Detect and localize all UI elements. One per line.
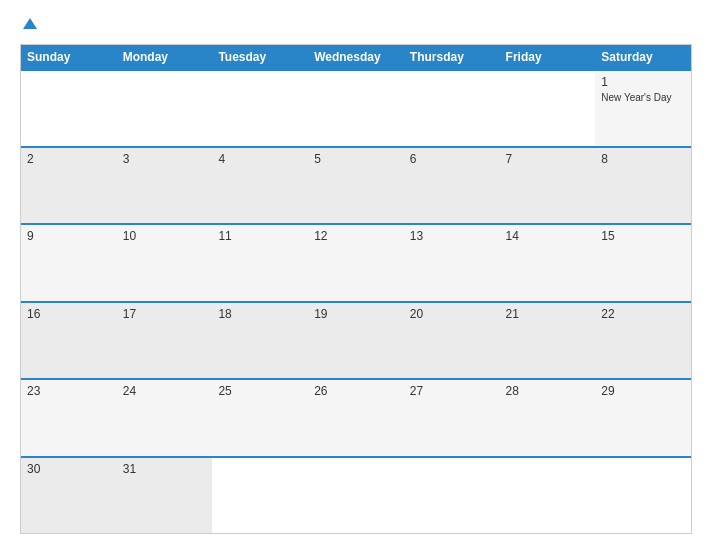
calendar-cell: 17 bbox=[117, 303, 213, 378]
cell-date: 4 bbox=[218, 152, 302, 166]
day-header-wednesday: Wednesday bbox=[308, 45, 404, 69]
cell-date: 14 bbox=[506, 229, 590, 243]
calendar-cell bbox=[308, 71, 404, 146]
week-row-2: 9101112131415 bbox=[21, 223, 691, 300]
logo bbox=[20, 16, 37, 34]
calendar-cell bbox=[308, 458, 404, 533]
calendar-weeks: 1New Year's Day2345678910111213141516171… bbox=[21, 69, 691, 533]
calendar-cell: 23 bbox=[21, 380, 117, 455]
cell-date: 12 bbox=[314, 229, 398, 243]
calendar-cell: 18 bbox=[212, 303, 308, 378]
calendar-cell: 3 bbox=[117, 148, 213, 223]
calendar-cell bbox=[500, 71, 596, 146]
cell-date: 29 bbox=[601, 384, 685, 398]
calendar-cell: 7 bbox=[500, 148, 596, 223]
cell-date: 1 bbox=[601, 75, 685, 89]
calendar-cell: 6 bbox=[404, 148, 500, 223]
calendar-cell: 12 bbox=[308, 225, 404, 300]
cell-date: 3 bbox=[123, 152, 207, 166]
cell-date: 8 bbox=[601, 152, 685, 166]
cell-date: 6 bbox=[410, 152, 494, 166]
calendar-cell: 22 bbox=[595, 303, 691, 378]
calendar-grid: SundayMondayTuesdayWednesdayThursdayFrid… bbox=[20, 44, 692, 534]
page-header bbox=[20, 16, 692, 34]
cell-date: 31 bbox=[123, 462, 207, 476]
cell-date: 5 bbox=[314, 152, 398, 166]
calendar-cell: 4 bbox=[212, 148, 308, 223]
calendar-cell bbox=[212, 71, 308, 146]
day-header-friday: Friday bbox=[500, 45, 596, 69]
cell-date: 27 bbox=[410, 384, 494, 398]
calendar-cell: 15 bbox=[595, 225, 691, 300]
calendar-cell: 9 bbox=[21, 225, 117, 300]
calendar-cell: 27 bbox=[404, 380, 500, 455]
cell-date: 18 bbox=[218, 307, 302, 321]
calendar-cell: 13 bbox=[404, 225, 500, 300]
calendar-cell: 24 bbox=[117, 380, 213, 455]
day-header-saturday: Saturday bbox=[595, 45, 691, 69]
cell-date: 20 bbox=[410, 307, 494, 321]
calendar-cell: 19 bbox=[308, 303, 404, 378]
cell-date: 11 bbox=[218, 229, 302, 243]
calendar-cell bbox=[21, 71, 117, 146]
cell-date: 24 bbox=[123, 384, 207, 398]
calendar-page: SundayMondayTuesdayWednesdayThursdayFrid… bbox=[0, 0, 712, 550]
calendar-cell: 1New Year's Day bbox=[595, 71, 691, 146]
calendar-cell: 8 bbox=[595, 148, 691, 223]
cell-date: 7 bbox=[506, 152, 590, 166]
cell-date: 26 bbox=[314, 384, 398, 398]
calendar-cell: 31 bbox=[117, 458, 213, 533]
cell-date: 30 bbox=[27, 462, 111, 476]
week-row-4: 23242526272829 bbox=[21, 378, 691, 455]
calendar-cell bbox=[404, 458, 500, 533]
cell-date: 28 bbox=[506, 384, 590, 398]
cell-date: 13 bbox=[410, 229, 494, 243]
calendar-cell: 11 bbox=[212, 225, 308, 300]
calendar-cell: 16 bbox=[21, 303, 117, 378]
day-header-tuesday: Tuesday bbox=[212, 45, 308, 69]
calendar-cell bbox=[404, 71, 500, 146]
calendar-cell: 29 bbox=[595, 380, 691, 455]
week-row-3: 16171819202122 bbox=[21, 301, 691, 378]
cell-date: 2 bbox=[27, 152, 111, 166]
day-header-thursday: Thursday bbox=[404, 45, 500, 69]
calendar-cell bbox=[500, 458, 596, 533]
week-row-5: 3031 bbox=[21, 456, 691, 533]
day-header-sunday: Sunday bbox=[21, 45, 117, 69]
cell-date: 10 bbox=[123, 229, 207, 243]
cell-date: 17 bbox=[123, 307, 207, 321]
cell-date: 9 bbox=[27, 229, 111, 243]
logo-triangle-icon bbox=[23, 18, 37, 29]
cell-date: 22 bbox=[601, 307, 685, 321]
cell-date: 25 bbox=[218, 384, 302, 398]
week-row-1: 2345678 bbox=[21, 146, 691, 223]
cell-date: 21 bbox=[506, 307, 590, 321]
calendar-cell bbox=[212, 458, 308, 533]
calendar-cell: 5 bbox=[308, 148, 404, 223]
cell-event: New Year's Day bbox=[601, 91, 685, 104]
calendar-cell: 20 bbox=[404, 303, 500, 378]
calendar-cell: 30 bbox=[21, 458, 117, 533]
cell-date: 16 bbox=[27, 307, 111, 321]
calendar-cell: 2 bbox=[21, 148, 117, 223]
day-headers-row: SundayMondayTuesdayWednesdayThursdayFrid… bbox=[21, 45, 691, 69]
week-row-0: 1New Year's Day bbox=[21, 69, 691, 146]
calendar-cell: 10 bbox=[117, 225, 213, 300]
calendar-cell: 26 bbox=[308, 380, 404, 455]
cell-date: 15 bbox=[601, 229, 685, 243]
calendar-cell: 21 bbox=[500, 303, 596, 378]
calendar-cell: 14 bbox=[500, 225, 596, 300]
logo-top bbox=[20, 16, 37, 34]
day-header-monday: Monday bbox=[117, 45, 213, 69]
calendar-cell bbox=[595, 458, 691, 533]
calendar-cell bbox=[117, 71, 213, 146]
calendar-cell: 28 bbox=[500, 380, 596, 455]
calendar-cell: 25 bbox=[212, 380, 308, 455]
cell-date: 23 bbox=[27, 384, 111, 398]
cell-date: 19 bbox=[314, 307, 398, 321]
